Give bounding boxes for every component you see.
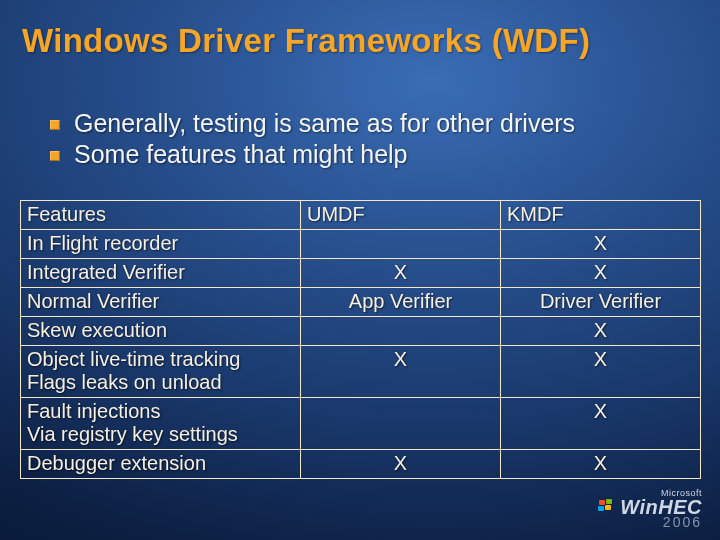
bullet-list: Generally, testing is same as for other … (50, 109, 690, 171)
cell-feature-main: Fault injections (27, 400, 294, 423)
cell-feature: Integrated Verifier (21, 259, 301, 288)
header-umdf: UMDF (301, 201, 501, 230)
cell-umdf: X (301, 450, 501, 479)
bullet-text: Some features that might help (74, 140, 408, 169)
cell-kmdf: X (501, 259, 701, 288)
cell-kmdf: Driver Verifier (501, 288, 701, 317)
table-row: Skew execution X (21, 317, 701, 346)
table-row: Integrated Verifier X X (21, 259, 701, 288)
cell-feature-main: Object live-time tracking (27, 348, 294, 371)
cell-kmdf: X (501, 450, 701, 479)
table-row: In Flight recorder X (21, 230, 701, 259)
cell-umdf: X (301, 259, 501, 288)
header-features: Features (21, 201, 301, 230)
cell-feature-sub: Via registry key settings (27, 423, 294, 446)
cell-umdf (301, 230, 501, 259)
cell-kmdf: X (501, 230, 701, 259)
square-bullet-icon (50, 120, 60, 130)
windows-flag-icon (598, 499, 614, 513)
cell-feature: Fault injections Via registry key settin… (21, 398, 301, 450)
cell-kmdf: X (501, 398, 701, 450)
table-row: Normal Verifier App Verifier Driver Veri… (21, 288, 701, 317)
table-row: Object live-time tracking Flags leaks on… (21, 346, 701, 398)
logo-row: Microsoft WinHEC (598, 488, 702, 516)
table-row: Fault injections Via registry key settin… (21, 398, 701, 450)
cell-kmdf: X (501, 346, 701, 398)
cell-feature: In Flight recorder (21, 230, 301, 259)
cell-feature-sub: Flags leaks on unload (27, 371, 294, 394)
slide: Windows Driver Frameworks (WDF) Generall… (0, 0, 720, 540)
feature-table: Features UMDF KMDF In Flight recorder X … (20, 200, 701, 479)
footer-logo: Microsoft WinHEC 2006 (598, 488, 702, 530)
cell-umdf: App Verifier (301, 288, 501, 317)
cell-feature: Normal Verifier (21, 288, 301, 317)
cell-umdf (301, 398, 501, 450)
logo-text: Microsoft WinHEC (620, 488, 702, 516)
cell-feature: Object live-time tracking Flags leaks on… (21, 346, 301, 398)
square-bullet-icon (50, 151, 60, 161)
cell-feature: Debugger extension (21, 450, 301, 479)
bullet-item: Some features that might help (50, 140, 690, 169)
bullet-item: Generally, testing is same as for other … (50, 109, 690, 138)
cell-kmdf: X (501, 317, 701, 346)
cell-umdf: X (301, 346, 501, 398)
slide-title: Windows Driver Frameworks (WDF) (22, 22, 590, 60)
table-header-row: Features UMDF KMDF (21, 201, 701, 230)
header-kmdf: KMDF (501, 201, 701, 230)
cell-umdf (301, 317, 501, 346)
bullet-text: Generally, testing is same as for other … (74, 109, 575, 138)
table-row: Debugger extension X X (21, 450, 701, 479)
cell-feature: Skew execution (21, 317, 301, 346)
